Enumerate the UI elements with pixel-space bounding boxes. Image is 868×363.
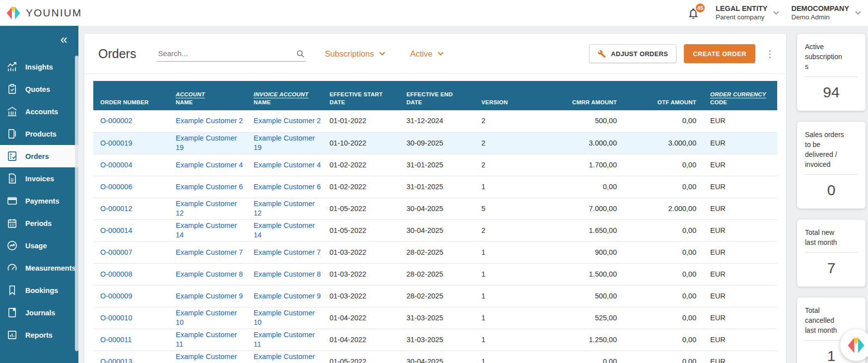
table-body: O-000002 Example Customer 2 Example Cust… [93,110,777,363]
version-cell: 1 [473,241,525,263]
subscriptions-filter-label: Subscriptions [325,49,374,59]
effective-end-date-cell: 30-04-2025 [399,219,473,241]
col-effective-start-date[interactable]: EFFECTIVE STARTDATE [322,81,399,110]
account-name-link[interactable]: Example Customer 6 [176,183,243,191]
col-otf-amount[interactable]: OTF AMOUNT [617,81,696,110]
legal-entity-menu[interactable]: LEGAL ENTITY Parent company [716,4,778,21]
account-name-link[interactable]: Example Customer 12 [176,200,237,217]
effective-end-date-cell: 31-03-2025 [399,329,473,351]
order-number-link[interactable]: O-000002 [100,117,133,125]
order-number-link[interactable]: O-000008 [100,270,133,278]
subscriptions-filter-dropdown[interactable]: Subscriptions [325,49,384,59]
effective-end-date-cell: 28-02-2025 [399,241,473,263]
company-label: DEMOCOMPANY [791,4,849,13]
order-number-link[interactable]: O-000010 [100,314,133,322]
col-cmrr-amount[interactable]: CMRR AMOUNT [525,81,617,110]
measurements-icon [5,261,19,275]
account-name-link[interactable]: Example Customer 8 [176,270,243,278]
otf-amount-cell: 0,00 [617,241,696,263]
sidebar-item-usage[interactable]: Usage [0,234,78,257]
cmrr-amount-cell: 1.500,00 [525,263,617,285]
col-account-name[interactable]: ACCOUNTNAME [167,81,244,110]
active-filter-dropdown[interactable]: Active [410,49,443,59]
sidebar-item-periods[interactable]: Periods [0,212,78,234]
invoice-account-name-cell: Example Customer 19 [244,132,322,154]
cmrr-amount-cell: 0,00 [525,351,617,363]
col-order-number[interactable]: ORDER NUMBER [93,81,167,110]
order-number-link[interactable]: O-000007 [100,248,133,256]
account-name-link[interactable]: Example Customer 4 [176,161,243,169]
more-options-button[interactable]: ⋮ [765,48,773,60]
order-number-link[interactable]: O-000014 [100,226,133,234]
invoice-account-name-link[interactable]: Example Customer 6 [254,183,321,191]
table-row: O-000006 Example Customer 6 Example Cust… [93,176,777,198]
account-name-link[interactable]: Example Customer 19 [176,134,237,151]
sidebar-item-payments[interactable]: Payments [0,190,78,212]
order-number-link[interactable]: O-000012 [100,205,133,213]
col-order-currency-code[interactable]: ORDER CURRENCYCODE [696,81,777,110]
account-name-link[interactable]: Example Customer 9 [176,292,243,300]
invoice-account-name-link[interactable]: Example Customer 4 [254,161,321,169]
company-menu[interactable]: DEMOCOMPANY Demo Admin [791,4,860,21]
order-number-cell: O-000010 [93,307,167,329]
order-number-link[interactable]: O-000004 [100,161,133,169]
sidebar-item-label: Reports [25,331,53,339]
order-number-link[interactable]: O-000013 [100,358,133,363]
sidebar-item-products[interactable]: Products [0,123,78,145]
invoice-account-name-link[interactable]: Example Customer 8 [254,270,321,278]
account-name-link[interactable]: Example Customer 13 [176,353,237,363]
effective-start-date-cell: 01-03-2022 [322,263,399,285]
col-effective-end-date[interactable]: EFFECTIVE ENDDATE [399,81,473,110]
invoice-account-name-link[interactable]: Example Customer 2 [254,117,321,125]
account-name-link[interactable]: Example Customer 7 [176,248,243,256]
sidebar-item-journals[interactable]: Journals [0,301,78,324]
cmrr-amount-cell: 525,00 [525,307,617,329]
sidebar-scrollbar[interactable] [75,56,78,351]
sidebar-item-measurements[interactable]: Measurements [0,257,78,279]
chat-widget-button[interactable] [840,329,868,361]
invoice-account-name-link[interactable]: Example Customer 11 [254,331,315,348]
invoice-account-name-link[interactable]: Example Customer 14 [254,221,315,239]
sidebar-item-bookings[interactable]: Bookings [0,279,78,301]
stat-value: 0 [805,182,858,199]
sidebar-item-quotes[interactable]: Quotes [0,78,78,100]
col-version[interactable]: VERSION [473,81,525,110]
collapse-sidebar-button[interactable]: « [0,26,78,49]
sidebar-item-reports[interactable]: Reports [0,324,78,346]
invoice-account-name-cell: Example Customer 2 [244,110,322,132]
invoice-account-name-link[interactable]: Example Customer 9 [254,292,321,300]
sidebar-item-accounts[interactable]: Accounts [0,100,78,123]
account-name-link[interactable]: Example Customer 2 [176,117,243,125]
notifications-button[interactable]: 45 [686,4,703,21]
account-name-cell: Example Customer 10 [167,307,244,329]
sidebar-item-insights[interactable]: Insights [0,56,78,78]
account-name-link[interactable]: Example Customer 10 [176,309,237,326]
order-number-cell: O-000014 [93,219,167,241]
stats-sidebar: Active subscriptions 94 Sales orders to … [797,34,866,363]
search-field[interactable] [157,46,306,62]
col-invoice-account-name[interactable]: INVOICE ACCOUNTNAME [244,81,322,110]
adjust-orders-button[interactable]: ADJUST ORDERS [589,44,676,63]
order-number-link[interactable]: O-000009 [100,292,133,300]
order-number-link[interactable]: O-000006 [100,183,133,191]
order-number-link[interactable]: O-000011 [100,336,132,344]
effective-start-date-cell: 01-10-2022 [322,132,399,154]
account-name-link[interactable]: Example Customer 11 [176,331,237,348]
invoice-account-name-link[interactable]: Example Customer 7 [254,248,321,256]
invoice-account-name-link[interactable]: Example Customer 13 [254,353,315,363]
table-row: O-000011 Example Customer 11 Example Cus… [93,329,777,351]
invoice-account-name-link[interactable]: Example Customer 12 [254,200,315,217]
sidebar-item-label: Journals [25,309,55,317]
order-number-link[interactable]: O-000019 [100,139,133,147]
account-name-link[interactable]: Example Customer 14 [176,221,237,239]
invoice-account-name-cell: Example Customer 6 [244,176,322,198]
sidebar-item-invoices[interactable]: Invoices [0,167,78,190]
invoice-account-name-link[interactable]: Example Customer 19 [254,134,315,151]
version-cell: 1 [473,176,525,198]
invoice-account-name-link[interactable]: Example Customer 10 [254,309,315,326]
sidebar-item-label: Products [25,130,57,138]
invoices-icon [5,172,19,185]
create-order-button[interactable]: CREATE ORDER [684,44,755,63]
search-input[interactable] [157,46,306,62]
sidebar-item-orders[interactable]: Orders [0,145,78,167]
